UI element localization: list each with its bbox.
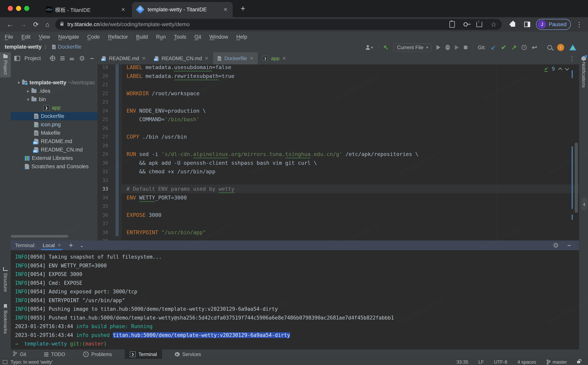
git-commit-icon[interactable]: ✔ <box>501 44 506 51</box>
terminal-output[interactable]: INFO[0050] Taking snapshot of full files… <box>11 250 579 349</box>
toolwindow-bookmarks-button[interactable]: Bookmarks <box>0 304 11 334</box>
toolwindow-terminal-button[interactable]: ❯Terminal <box>125 350 162 359</box>
run-icon[interactable] <box>436 45 441 50</box>
close-terminal-tab-icon[interactable]: ✕ <box>58 243 61 248</box>
menu-item-run[interactable]: Run <box>156 34 166 40</box>
menu-item-file[interactable]: File <box>5 34 13 40</box>
close-tab-icon[interactable]: ✕ <box>250 56 254 61</box>
status-message[interactable]: Typo: In word 'wetty' <box>11 359 53 365</box>
toolwindow-problems-button[interactable]: !Problems <box>78 350 117 359</box>
editor-tab-app[interactable]: ❯app✕ <box>258 52 291 64</box>
chevron-down-icon[interactable]: ▾ <box>15 80 22 85</box>
hide-terminal-icon[interactable]: − <box>567 242 571 249</box>
status-window-icon[interactable] <box>3 360 7 364</box>
terminal-tab-local[interactable]: Local✕ <box>42 240 61 250</box>
toolwindow-project-button[interactable]: Project <box>0 52 11 77</box>
profile-button[interactable]: J Paused <box>536 19 571 30</box>
menu-item-tools[interactable]: Tools <box>174 34 186 40</box>
browser-tab-inactive[interactable]: <t> 模板 - TitanIDE ✕ <box>41 2 130 17</box>
project-horizontal-scrollbar[interactable] <box>11 235 68 238</box>
menu-item-refactor[interactable]: Refactor <box>108 34 128 40</box>
caret-position[interactable]: 33:35 <box>457 359 468 365</box>
git-push-icon[interactable]: ↗ <box>511 44 517 51</box>
tree-item-bin[interactable]: ▾bin <box>11 95 112 104</box>
share-icon[interactable] <box>476 22 482 27</box>
git-branch-widget[interactable]: master <box>546 359 567 365</box>
toolwindow-structure-button[interactable]: Structure <box>0 267 11 292</box>
run-configuration-select[interactable]: Current File▾ <box>393 43 431 51</box>
file-encoding[interactable]: UTF-8 <box>494 359 507 365</box>
editor[interactable]: LABEL metadata.usesubdomain=falseLABEL m… <box>98 64 579 240</box>
address-bar[interactable]: try.titanide.cn/ide/web/coding/template-… <box>55 19 502 30</box>
hide-panel-icon[interactable]: − <box>90 55 94 62</box>
breadcrumb-project[interactable]: template-wetty <box>5 44 42 50</box>
chevron-right-icon[interactable]: ▸ <box>25 89 31 94</box>
reload-icon[interactable]: ⟳ <box>33 21 39 28</box>
toolwindow-services-button[interactable]: ▶Services <box>170 350 206 359</box>
new-tab-button[interactable]: + <box>240 6 245 12</box>
menu-item-build[interactable]: Build <box>136 34 148 40</box>
url-text[interactable]: try.titanide.cn/ide/web/coding/template-… <box>67 21 190 28</box>
menu-item-code[interactable]: Code <box>87 34 100 40</box>
load-changes-icon[interactable]: ↖ <box>383 44 389 51</box>
editor-tabs-menu-icon[interactable]: ⋮ <box>569 55 575 62</box>
close-tab-icon[interactable]: ✕ <box>142 56 146 61</box>
bookmark-star-icon[interactable]: ☆ <box>491 22 497 26</box>
extensions-icon[interactable] <box>511 22 515 27</box>
close-tab-icon[interactable]: ✕ <box>282 56 286 61</box>
close-window-button[interactable] <box>8 6 13 11</box>
close-tab-icon[interactable]: ✕ <box>223 7 228 13</box>
expand-all-icon[interactable] <box>60 58 65 59</box>
lock-icon[interactable] <box>60 23 63 26</box>
toolwindow-notifications-button[interactable]: Notifications <box>579 56 588 88</box>
menu-item-git[interactable]: Git <box>195 34 201 40</box>
close-tab-icon[interactable]: ✕ <box>205 56 209 61</box>
password-key-icon[interactable] <box>463 22 468 27</box>
back-icon[interactable]: ← <box>7 21 13 28</box>
menu-item-navigate[interactable]: Navigate <box>58 34 79 40</box>
clipboard-icon[interactable] <box>449 21 455 28</box>
tree-item--idea[interactable]: ▸.idea <box>11 87 112 95</box>
line-ending[interactable]: LF <box>478 359 484 365</box>
update-available-icon[interactable]: ↑ <box>557 44 564 51</box>
rollback-icon[interactable]: ↩ <box>532 44 537 51</box>
history-icon[interactable] <box>522 45 527 50</box>
tree-item-scratches-and-consoles[interactable]: Scratches and Consoles <box>11 162 112 171</box>
unlock-icon[interactable] <box>577 361 580 363</box>
breadcrumb-file[interactable]: Dockerfile <box>52 44 81 50</box>
user-icon[interactable] <box>366 48 370 50</box>
select-opened-file-icon[interactable] <box>50 56 55 61</box>
coverage-icon[interactable] <box>455 45 459 50</box>
titan-gem-icon[interactable] <box>569 44 576 50</box>
menu-item-help[interactable]: Help <box>236 34 247 40</box>
editor-tab-readme-md[interactable]: MDREADME.md✕ <box>98 52 150 64</box>
window-controls[interactable] <box>8 6 29 11</box>
debug-icon[interactable] <box>446 45 450 50</box>
panel-settings-gear-icon[interactable]: ⚙ <box>79 56 85 60</box>
stop-icon[interactable] <box>464 46 467 49</box>
prev-problem-icon[interactable] <box>558 67 562 71</box>
terminal-sessions-dropdown-icon[interactable]: ⌄ <box>80 242 84 248</box>
fullscreen-window-button[interactable] <box>24 6 29 11</box>
search-everywhere-icon[interactable] <box>547 45 552 50</box>
menu-item-window[interactable]: Window <box>209 34 228 40</box>
editor-tab-readme-cn-md[interactable]: MDREADME_CN.md✕ <box>150 52 213 64</box>
menu-item-view[interactable]: View <box>39 34 50 40</box>
indent-setting[interactable]: 4 spaces <box>518 359 536 365</box>
menu-item-edit[interactable]: Edit <box>21 34 31 40</box>
minimize-window-button[interactable] <box>16 6 21 11</box>
git-update-icon[interactable]: ↙ <box>491 44 496 51</box>
tree-item-external-libraries[interactable]: External Libraries <box>11 154 112 162</box>
toolwindow-git-button[interactable]: Git <box>8 350 31 359</box>
inspections-widget[interactable]: ✔ 9 <box>545 66 568 72</box>
toolwindow-todo-button[interactable]: TODO <box>39 350 70 359</box>
next-problem-icon[interactable] <box>565 66 569 70</box>
terminal-settings-gear-icon[interactable]: ⚙ <box>553 243 559 247</box>
close-tab-icon[interactable]: ✕ <box>121 7 125 13</box>
side-panel-icon[interactable] <box>524 22 530 27</box>
hidden-toolwindow-expander[interactable]: ‹ <box>581 197 587 210</box>
browser-menu-icon[interactable]: ⋮ <box>576 21 582 28</box>
new-terminal-session-button[interactable]: + <box>69 241 73 249</box>
forward-icon[interactable]: → <box>20 21 27 28</box>
editor-tab-dockerfile[interactable]: Dockerfile✕ <box>213 52 258 64</box>
